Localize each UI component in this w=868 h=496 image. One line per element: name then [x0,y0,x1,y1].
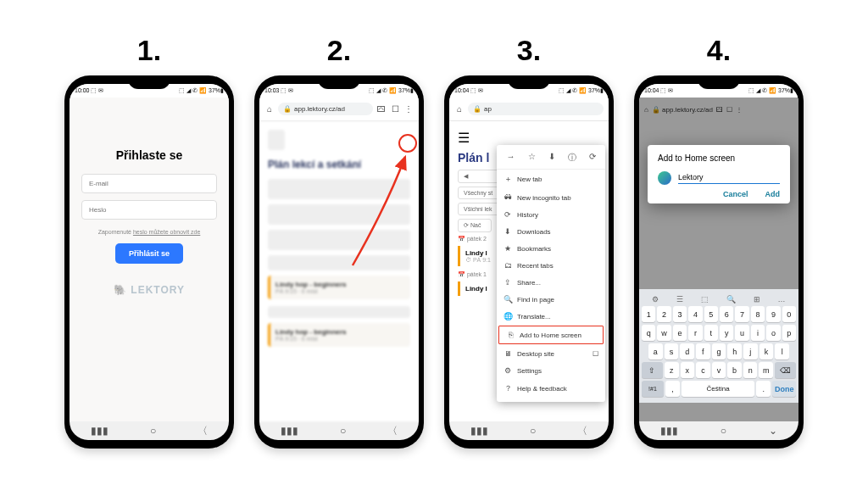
kb-more-icon[interactable]: … [778,295,786,304]
backspace-key[interactable]: ⌫ [775,362,796,378]
menu-item-translate[interactable]: 🌐Translate... [497,308,605,325]
add-button[interactable]: Add [765,190,781,198]
nav-home-icon[interactable]: ○ [150,425,156,437]
key[interactable]: q [642,325,655,341]
key[interactable]: 2 [657,306,670,322]
key[interactable]: f [696,343,710,359]
menu-star-icon[interactable]: ☆ [528,152,536,164]
key[interactable]: d [680,343,694,359]
cancel-button[interactable]: Cancel [723,190,748,198]
key[interactable]: z [665,362,679,378]
forgot-password-link[interactable]: heslo můžete obnovit zde [133,229,200,235]
key[interactable]: s [665,343,679,359]
period-key[interactable]: . [756,381,771,397]
nav-kb-hide-icon[interactable]: ⌄ [769,425,777,437]
key[interactable]: u [735,325,748,341]
key[interactable]: 3 [673,306,687,322]
key[interactable]: j [743,343,758,359]
nav-recent-icon[interactable]: ▮▮▮ [660,425,678,437]
key[interactable]: n [743,362,758,378]
nav-recent-icon[interactable]: ▮▮▮ [470,425,488,437]
kb-settings-icon[interactable]: ⚙ [652,295,659,304]
key[interactable]: p [782,325,796,341]
comma-key[interactable]: , [665,381,680,397]
menu-item-find[interactable]: 🔍Find in page [497,291,605,308]
menu-item-bookmarks[interactable]: ★Bookmarks [497,240,605,257]
login-button[interactable]: Přihlásit se [115,243,183,264]
app-name-input[interactable]: Lektory [678,173,780,184]
key[interactable]: m [759,362,773,378]
menu-info-icon[interactable]: ⓘ [568,152,576,164]
nav-back-icon[interactable]: 〈 [387,424,398,438]
dialog-title: Add to Home screen [658,153,780,163]
key[interactable]: o [766,325,780,341]
key[interactable]: 0 [782,306,796,322]
phone-screen: 10:04 ⬚ ✉ ⬚ ◢ ✆ 📶 37%▮ ⌂ 🔒 app.lektory.c… [639,84,798,440]
nav-home-icon[interactable]: ○ [530,425,536,437]
key[interactable]: a [648,343,663,359]
key[interactable]: x [681,362,695,378]
nav-recent-icon[interactable]: ▮▮▮ [91,425,108,437]
nav-home-icon[interactable]: ○ [340,425,346,437]
android-navbar: ▮▮▮ ○ 〈 [70,421,229,440]
step-1: 1. 10:00 ⬚ ✉ ⬚ ◢ ✆ 📶 37%▮ Přihlaste se Z… [64,34,234,449]
key[interactable]: 9 [766,306,780,322]
symbols-key[interactable]: !#1 [642,381,664,397]
menu-item-settings[interactable]: ⚙Settings [497,362,605,379]
menu-item-incognito[interactable]: 🕶New incognito tab [497,189,605,206]
menu-download-icon[interactable]: ⬇ [548,152,555,164]
kb-grid-icon[interactable]: ⊞ [754,295,760,304]
home-icon[interactable]: ⌂ [264,104,275,114]
key[interactable]: w [657,325,670,341]
email-input[interactable] [81,174,217,193]
key[interactable]: t [704,325,718,341]
menu-item-share[interactable]: ⇪Share... [497,274,605,291]
key[interactable]: 1 [642,306,655,322]
nav-recent-icon[interactable]: ▮▮▮ [281,425,298,437]
nav-back-icon[interactable]: 〈 [577,424,587,438]
menu-item-new-tab[interactable]: ＋New tab [497,170,605,189]
password-input[interactable] [81,200,217,220]
hamburger-icon[interactable]: ☰ [458,130,470,146]
more-menu-icon[interactable]: ⋮ [403,104,414,114]
key[interactable]: e [673,325,687,341]
menu-item-desktop-site[interactable]: 🖥Desktop site☐ [497,345,605,362]
key[interactable]: g [712,343,726,359]
tabs-icon[interactable]: ☐ [390,104,400,114]
key[interactable]: i [751,325,765,341]
nav-home-icon[interactable]: ○ [721,425,726,437]
menu-item-help[interactable]: ？Help & feedback [497,379,605,398]
content-area: Přihlaste se Zapomenuté heslo můžete obn… [70,98,229,421]
key[interactable]: h [727,343,742,359]
menu-item-history[interactable]: ⟳History [497,206,605,223]
key[interactable]: b [727,362,742,378]
lock-icon: 🔒 [283,105,292,113]
url-field[interactable]: 🔒 app.lektory.cz/ad [278,103,373,115]
key[interactable]: y [720,325,733,341]
kb-menu-icon[interactable]: ☰ [676,295,683,304]
space-key[interactable]: Čeština [682,381,754,397]
key[interactable]: 7 [735,306,748,322]
done-key[interactable]: Done [772,381,796,397]
key[interactable]: k [760,343,774,359]
key[interactable]: 5 [704,306,718,322]
menu-item-downloads[interactable]: ⬇Downloads [497,223,605,240]
key[interactable]: r [688,325,702,341]
key[interactable]: 6 [720,306,733,322]
nav-back-icon[interactable]: 〈 [198,424,208,438]
share-icon[interactable]: ⮹ [376,104,387,114]
kb-clipboard-icon[interactable]: ⬚ [701,295,709,304]
menu-item-add-to-home[interactable]: ⎘Add to Home screen [498,326,604,344]
key[interactable]: v [712,362,726,378]
key[interactable]: 8 [751,306,765,322]
menu-item-recent-tabs[interactable]: 🗂Recent tabs [497,257,605,274]
kb-search-icon[interactable]: 🔍 [726,295,736,304]
key[interactable]: 4 [688,306,702,322]
key[interactable]: c [696,362,710,378]
menu-forward-icon[interactable]: → [507,152,515,164]
url-field[interactable]: 🔒 ap [468,103,604,115]
shift-key[interactable]: ⇧ [642,362,663,378]
menu-refresh-icon[interactable]: ⟳ [589,152,596,164]
home-icon[interactable]: ⌂ [454,104,465,114]
key[interactable]: l [775,343,789,359]
